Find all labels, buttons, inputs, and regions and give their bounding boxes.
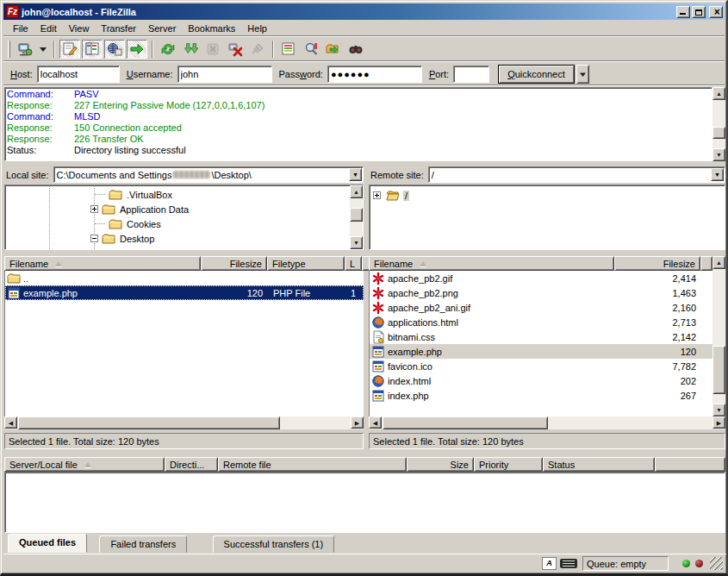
collapse-icon[interactable] <box>90 235 98 242</box>
column-header-status[interactable]: Status <box>543 457 655 472</box>
chevron-down-icon[interactable]: ▼ <box>349 168 362 181</box>
filename-cell: example.php <box>370 344 615 359</box>
column-header-size[interactable]: Size <box>407 457 474 472</box>
synchronized-browsing-button[interactable] <box>323 40 344 59</box>
tab-queued-files[interactable]: Queued files <box>8 534 87 553</box>
column-header-server-local-file[interactable]: Server/Local file <box>4 457 165 472</box>
toggle-local-tree-button[interactable] <box>82 40 103 59</box>
folder-icon <box>102 203 115 216</box>
file-row-index-html[interactable]: index.html202 <box>370 373 712 388</box>
scroll-down-icon[interactable]: ▼ <box>350 236 363 249</box>
reconnect-button[interactable] <box>247 40 268 59</box>
scroll-left-icon[interactable]: ◀ <box>369 416 382 429</box>
username-input[interactable] <box>177 66 272 83</box>
tab-successful-transfers-1[interactable]: Successful transfers (1) <box>213 535 335 553</box>
quickconnect-button[interactable]: Quickconnect <box>498 65 575 84</box>
site-manager-dropdown-button[interactable] <box>37 40 49 59</box>
column-header-filename[interactable]: Filename <box>4 256 201 271</box>
tab-failed-transfers[interactable]: Failed transfers <box>99 535 187 553</box>
compare-directories-button[interactable] <box>301 40 321 59</box>
file-row-example-php[interactable]: example.php120PHP File1 <box>5 285 364 300</box>
find-files-button[interactable] <box>345 40 366 59</box>
file-row-apache-pb2-gif[interactable]: apache_pb2.gif2,414 <box>370 271 712 285</box>
file-row-apache-pb2-png[interactable]: apache_pb2.png1,463 <box>370 285 712 300</box>
column-header-filesize[interactable]: Filesize <box>614 256 700 271</box>
close-button[interactable]: × <box>709 6 723 18</box>
scroll-left-icon[interactable]: ◀ <box>4 416 17 429</box>
speed-limit-icon[interactable] <box>560 559 577 568</box>
folder-icon <box>109 188 122 202</box>
port-input[interactable] <box>453 66 489 83</box>
menu-help[interactable]: Help <box>241 22 273 35</box>
column-header-filetype[interactable]: Filetype <box>267 256 345 271</box>
site-manager-button[interactable] <box>15 40 35 59</box>
directory-filters-icon <box>281 41 296 57</box>
file-row-favicon-ico[interactable]: favicon.ico7,782 <box>370 359 712 373</box>
tree-item-desktop[interactable]: Desktop <box>5 231 349 246</box>
titlebar[interactable]: Fz john@localhost - FileZilla × <box>3 3 725 20</box>
password-input[interactable] <box>327 66 422 83</box>
minimize-button[interactable] <box>676 6 690 18</box>
toggle-message-log-button[interactable] <box>59 40 80 59</box>
scroll-down-icon[interactable]: ▼ <box>712 404 725 416</box>
scrollbar-thumb[interactable] <box>383 416 548 429</box>
column-header-filesize[interactable]: Filesize <box>201 256 267 271</box>
file-row-bitnami-css[interactable]: bitnami.css2,142 <box>370 329 712 344</box>
scrollbar-thumb[interactable] <box>712 346 725 394</box>
chevron-down-icon[interactable]: ▼ <box>711 168 724 181</box>
directory-filters-button[interactable] <box>278 40 299 59</box>
expand-icon[interactable] <box>90 205 98 213</box>
tree-item-root[interactable]: / <box>373 188 721 203</box>
menu-server[interactable]: Server <box>142 22 182 35</box>
log-scrollbar[interactable]: ▲ ▼ <box>712 87 725 161</box>
file-row-index-php[interactable]: index.php267 <box>370 388 712 403</box>
cell: 1 <box>345 285 364 300</box>
menu-bookmarks[interactable]: Bookmarks <box>182 22 241 35</box>
filezilla-app-icon[interactable]: Fz <box>6 5 19 18</box>
file-row-apache-pb2-ani-gif[interactable]: apache_pb2_ani.gif2,160 <box>370 300 712 315</box>
tree-item-application-data[interactable]: Application Data <box>5 202 349 216</box>
disconnect-button[interactable] <box>225 40 246 59</box>
resize-grip[interactable] <box>710 557 723 570</box>
menu-edit[interactable]: Edit <box>34 22 63 35</box>
file-row-example-php[interactable]: example.php120 <box>370 344 712 359</box>
menu-file[interactable]: File <box>7 22 34 35</box>
column-header-priority[interactable]: Priority <box>474 457 543 472</box>
quickconnect-dropdown-icon[interactable] <box>576 65 589 84</box>
maximize-button[interactable] <box>692 6 706 18</box>
menu-transfer[interactable]: Transfer <box>95 22 142 35</box>
folder-open-icon <box>386 189 400 203</box>
scrollbar-thumb[interactable] <box>350 208 363 222</box>
scroll-right-icon[interactable]: ▶ <box>351 416 364 429</box>
menu-view[interactable]: View <box>63 22 96 35</box>
column-header-filename[interactable]: Filename <box>369 256 614 271</box>
tree-item-cookies[interactable]: Cookies <box>5 216 349 231</box>
tree-item-virtualbox[interactable]: .VirtualBox <box>5 187 349 202</box>
toggle-remote-tree-button[interactable] <box>104 40 125 59</box>
host-input[interactable] <box>37 66 120 83</box>
local-tree-scrollbar[interactable]: ▲ ▼ <box>350 185 363 249</box>
scrollbar-thumb[interactable] <box>18 416 280 429</box>
remote-hscrollbar[interactable]: ◀ ▶ <box>369 416 725 429</box>
column-header-directi[interactable]: Directi... <box>165 457 218 472</box>
expand-icon[interactable] <box>373 191 381 199</box>
data-type-ascii-icon[interactable]: A <box>542 557 557 570</box>
column-header-l[interactable]: L <box>345 256 362 271</box>
scroll-up-icon[interactable]: ▲ <box>350 185 363 198</box>
scroll-right-icon[interactable]: ▶ <box>712 416 725 429</box>
scroll-down-icon[interactable]: ▼ <box>712 148 725 161</box>
local-path-combo[interactable]: C:\Documents and Settings\Desktop\ ▼ <box>53 166 364 183</box>
refresh-button[interactable] <box>158 40 178 59</box>
column-header-remote-file[interactable]: Remote file <box>218 457 407 472</box>
scrollbar-thumb[interactable] <box>712 127 725 139</box>
cancel-button[interactable] <box>202 40 223 59</box>
remote-vscrollbar[interactable]: ▲ ▼ <box>712 256 725 416</box>
remote-path-combo[interactable]: / ▼ <box>428 166 725 183</box>
file-row-applications-html[interactable]: applications.html2,713 <box>370 315 712 329</box>
toggle-queue-view-button[interactable] <box>127 40 147 59</box>
scroll-up-icon[interactable]: ▲ <box>712 87 725 100</box>
local-hscrollbar[interactable]: ◀ ▶ <box>4 416 364 429</box>
process-queue-button[interactable] <box>180 40 201 59</box>
file-row-[interactable]: .. <box>5 271 364 285</box>
scroll-up-icon[interactable]: ▲ <box>712 256 725 269</box>
